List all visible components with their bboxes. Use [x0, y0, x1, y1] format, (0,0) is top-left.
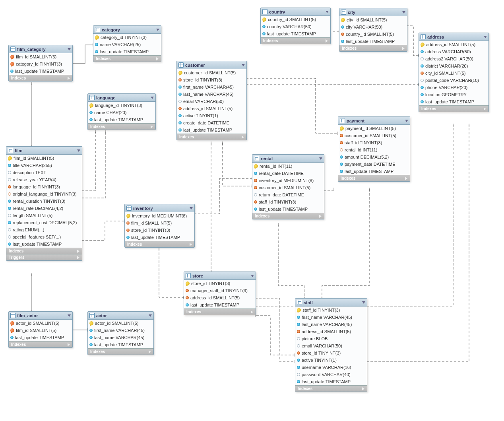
table-header[interactable]: country — [261, 8, 330, 16]
column-row[interactable]: customer_id SMALLINT(5) — [338, 132, 410, 139]
table-country[interactable]: countrycountry_id SMALLINT(5)country VAR… — [260, 8, 331, 44]
column-row[interactable]: amount DECIMAL(5,2) — [338, 153, 410, 161]
table-film[interactable]: filmfilm_id SMALLINT(5)title VARCHAR(255… — [6, 146, 82, 261]
column-row[interactable]: picture BLOB — [295, 335, 367, 342]
column-row[interactable]: district VARCHAR(20) — [419, 62, 488, 70]
collapse-icon[interactable] — [190, 207, 193, 210]
column-row[interactable]: return_date DATETIME — [252, 191, 324, 198]
column-row[interactable]: category_id TINYINT(3) — [9, 60, 72, 68]
collapse-icon[interactable] — [484, 36, 487, 38]
collapse-icon[interactable] — [151, 97, 154, 99]
section-indexes[interactable]: Indexes — [177, 134, 246, 140]
expand-icon[interactable] — [68, 343, 70, 346]
table-film_category[interactable]: film_categoryfilm_id SMALLINT(5)category… — [8, 45, 73, 81]
column-row[interactable]: address_id SMALLINT(5) — [419, 41, 488, 48]
table-actor[interactable]: actoractor_id SMALLINT(5)first_name VARC… — [87, 311, 154, 355]
table-city[interactable]: citycity_id SMALLINT(5)city VARCHAR(50)c… — [339, 8, 407, 52]
column-row[interactable]: payment_date DATETIME — [338, 161, 410, 168]
table-header[interactable]: customer — [177, 61, 246, 69]
section-indexes[interactable]: Indexes — [93, 55, 161, 62]
column-row[interactable]: password VARCHAR(40) — [295, 371, 367, 378]
column-row[interactable]: customer_id SMALLINT(5) — [177, 69, 246, 76]
collapse-icon[interactable] — [402, 11, 405, 14]
column-row[interactable]: title VARCHAR(255) — [6, 162, 82, 169]
column-row[interactable]: store_id TINYINT(3) — [177, 76, 246, 83]
column-row[interactable]: customer_id SMALLINT(5) — [252, 184, 324, 191]
expand-icon[interactable] — [362, 387, 364, 390]
column-row[interactable]: last_update TIMESTAMP — [88, 116, 155, 123]
column-row[interactable]: replacement_cost DECIMAL(5,2) — [6, 219, 82, 226]
section-indexes[interactable]: Indexes — [295, 385, 367, 392]
table-header[interactable]: rental — [252, 155, 324, 163]
section-indexes[interactable]: Indexes — [252, 213, 324, 219]
column-row[interactable]: last_update TIMESTAMP — [295, 378, 367, 385]
column-row[interactable]: description TEXT — [6, 169, 82, 176]
column-row[interactable]: staff_id TINYINT(3) — [338, 139, 410, 146]
column-row[interactable]: city_id SMALLINT(5) — [339, 16, 407, 23]
collapse-icon[interactable] — [251, 275, 254, 277]
column-row[interactable]: store_id TINYINT(3) — [125, 227, 194, 234]
section-indexes[interactable]: Indexes — [88, 123, 155, 130]
column-row[interactable]: staff_id TINYINT(3) — [252, 198, 324, 206]
section-indexes[interactable]: Indexes — [339, 45, 407, 51]
table-customer[interactable]: customercustomer_id SMALLINT(5)store_id … — [176, 61, 247, 140]
table-store[interactable]: storestore_id TINYINT(3)manager_staff_id… — [184, 272, 256, 315]
column-row[interactable]: first_name VARCHAR(45) — [177, 83, 246, 91]
column-row[interactable]: rating ENUM(...) — [6, 226, 82, 233]
column-row[interactable]: store_id TINYINT(3) — [184, 280, 256, 287]
table-header[interactable]: language — [88, 94, 155, 102]
table-header[interactable]: staff — [295, 299, 367, 307]
table-address[interactable]: addressaddress_id SMALLINT(5)address VAR… — [419, 33, 489, 112]
section-triggers[interactable]: Triggers — [6, 254, 82, 260]
collapse-icon[interactable] — [242, 64, 245, 66]
expand-icon[interactable] — [326, 39, 328, 43]
table-film_actor[interactable]: film_actoractor_id SMALLINT(5)film_id SM… — [8, 311, 73, 348]
expand-icon[interactable] — [405, 177, 407, 180]
column-row[interactable]: rental_id INT(11) — [338, 146, 410, 153]
column-row[interactable]: name CHAR(20) — [88, 109, 155, 116]
collapse-icon[interactable] — [156, 29, 159, 31]
column-row[interactable]: last_name VARCHAR(45) — [295, 321, 367, 328]
column-row[interactable]: last_update TIMESTAMP — [339, 38, 407, 45]
table-payment[interactable]: paymentpayment_id SMALLINT(5)customer_id… — [338, 116, 410, 182]
collapse-icon[interactable] — [405, 120, 408, 122]
column-row[interactable]: inventory_id MEDIUMINT(8) — [252, 177, 324, 184]
column-row[interactable]: last_update TIMESTAMP — [88, 341, 153, 348]
column-row[interactable]: last_name VARCHAR(45) — [177, 91, 246, 98]
collapse-icon[interactable] — [326, 11, 329, 13]
column-row[interactable]: film_id SMALLINT(5) — [125, 219, 194, 227]
expand-icon[interactable] — [242, 136, 244, 139]
section-indexes[interactable]: Indexes — [9, 75, 72, 81]
column-row[interactable]: create_date DATETIME — [177, 119, 246, 126]
section-indexes[interactable]: Indexes — [184, 308, 256, 315]
column-row[interactable]: rental_rate DECIMAL(4,2) — [6, 205, 82, 212]
column-row[interactable]: address2 VARCHAR(50) — [419, 55, 488, 62]
section-indexes[interactable]: Indexes — [261, 37, 330, 44]
expand-icon[interactable] — [156, 57, 159, 60]
column-row[interactable]: first_name VARCHAR(45) — [88, 327, 153, 334]
column-row[interactable]: language_id TINYINT(3) — [88, 102, 155, 109]
column-row[interactable]: original_language_id TINYINT(3) — [6, 190, 82, 198]
collapse-icon[interactable] — [362, 301, 365, 304]
column-row[interactable]: last_update TIMESTAMP — [93, 48, 161, 55]
column-row[interactable]: last_name VARCHAR(45) — [88, 334, 153, 341]
column-row[interactable]: store_id TINYINT(3) — [295, 349, 367, 357]
column-row[interactable]: last_update TIMESTAMP — [419, 98, 488, 105]
column-row[interactable]: last_update TIMESTAMP — [177, 126, 246, 134]
column-row[interactable]: first_name VARCHAR(45) — [295, 314, 367, 321]
table-header[interactable]: film_category — [9, 45, 72, 53]
collapse-icon[interactable] — [149, 314, 152, 317]
column-row[interactable]: active TINYINT(1) — [295, 357, 367, 364]
column-row[interactable]: special_features SET(...) — [6, 233, 82, 241]
column-row[interactable]: phone VARCHAR(20) — [419, 84, 488, 91]
column-row[interactable]: city VARCHAR(50) — [339, 23, 407, 31]
column-row[interactable]: last_update TIMESTAMP — [6, 241, 82, 248]
expand-icon[interactable] — [151, 125, 153, 128]
column-row[interactable]: email VARCHAR(50) — [295, 342, 367, 349]
column-row[interactable]: active TINYINT(1) — [177, 112, 246, 119]
column-row[interactable]: release_year YEAR(4) — [6, 176, 82, 183]
column-row[interactable]: country VARCHAR(50) — [261, 23, 330, 30]
section-indexes[interactable]: Indexes — [6, 248, 82, 254]
column-row[interactable]: language_id TINYINT(3) — [6, 183, 82, 190]
column-row[interactable]: name VARCHAR(25) — [93, 41, 161, 48]
